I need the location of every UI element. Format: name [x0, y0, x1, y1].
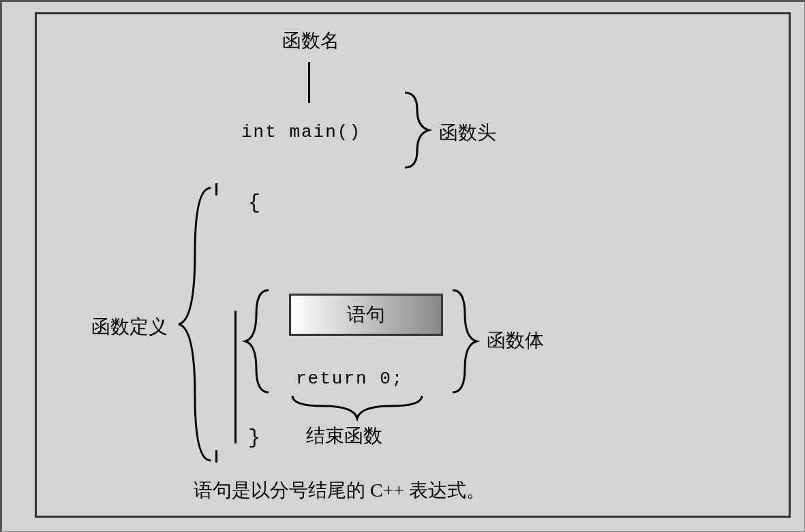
- brace-function-body: [446, 287, 487, 396]
- label-function-head: 函数头: [439, 120, 496, 146]
- statement-box-label: 语句: [347, 302, 385, 328]
- brace-end-function: [289, 392, 425, 423]
- caption-text: 语句是以分号结尾的 C++ 表达式。: [194, 478, 485, 503]
- code-return: return 0;: [296, 369, 404, 389]
- label-function-name: 函数名: [282, 28, 339, 54]
- line-function-name: [308, 62, 310, 103]
- inner-frame: 函数名 int main() 函数头 函数定义 { 语句: [35, 12, 791, 518]
- brace-body-left: [241, 287, 275, 396]
- code-close-brace: }: [248, 426, 262, 450]
- code-open-brace: {: [248, 191, 262, 215]
- tick-def-top: [215, 183, 217, 195]
- brace-function-definition: [173, 185, 221, 464]
- statement-box: 语句: [289, 294, 443, 336]
- tick-def-bottom: [215, 450, 217, 463]
- outer-frame: 函数名 int main() 函数头 函数定义 { 语句: [0, 0, 805, 532]
- line-body-connect: [234, 311, 237, 443]
- code-signature: int main(): [241, 122, 361, 142]
- label-function-definition: 函数定义: [91, 314, 168, 340]
- brace-function-head: [398, 89, 439, 171]
- label-function-body: 函数体: [487, 328, 544, 354]
- label-end-function: 结束函数: [306, 423, 382, 449]
